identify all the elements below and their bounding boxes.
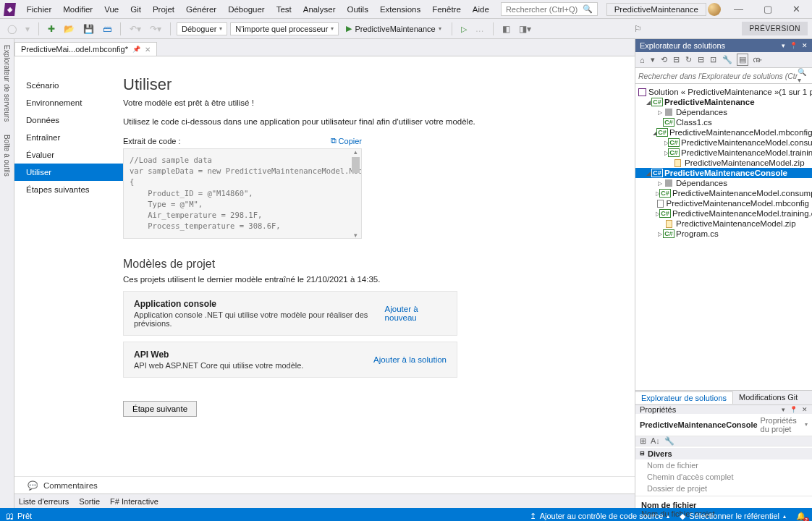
tree-dependencies[interactable]: ▷Dépendances [635, 107, 812, 117]
scroll-up-icon[interactable]: ▴ [350, 148, 360, 156]
menu-fenêtre[interactable]: Fenêtre [426, 2, 467, 17]
nav-train[interactable]: Entraîner [14, 129, 123, 146]
code-scrollbar[interactable]: ▴ ▾ [350, 148, 360, 239]
tree-mbconfig[interactable]: ◢C#PredictiveMaintenanceModel.mbconfig [635, 127, 812, 137]
pin-icon[interactable]: 📍 [790, 42, 798, 49]
comments-button[interactable]: 💬 Commentaires [14, 476, 635, 494]
dropdown-icon[interactable]: ▾ [782, 42, 785, 49]
toolbox-tab[interactable]: Boîte à outils [2, 132, 12, 179]
save-icon[interactable]: 💾 [80, 22, 97, 35]
add-source-control[interactable]: ↥Ajouter au contrôle de code source▴ [530, 512, 670, 521]
user-avatar-icon[interactable] [708, 3, 721, 16]
code-snippet[interactable]: //Load sample data var sampleData = new … [123, 148, 362, 239]
tree-project[interactable]: ◢C#PredictiveMaintenance [635, 97, 812, 107]
menu-outils[interactable]: Outils [342, 2, 374, 17]
tab-output[interactable]: Sortie [79, 497, 100, 506]
view-icon[interactable]: ൹ [751, 54, 764, 65]
solution-search[interactable]: 🔍▾ [635, 68, 812, 84]
solution-name-badge[interactable]: PredictiveMaintenance [606, 3, 706, 16]
solution-search-input[interactable] [638, 72, 798, 80]
scroll-down-icon[interactable]: ▾ [350, 232, 360, 239]
tab-solution-explorer[interactable]: Explorateur de solutions [635, 391, 733, 404]
pin-icon[interactable]: 📌 [132, 46, 140, 53]
tab-error-list[interactable]: Liste d'erreurs [19, 497, 69, 506]
tree-file[interactable]: ▷C#PredictiveMaintenanceModel.consumptio… [635, 137, 812, 148]
tree-file[interactable]: PredictiveMaintenanceModel.zip [635, 158, 812, 168]
menu-modifier[interactable]: Modifier [57, 2, 98, 17]
prop-category[interactable]: ⊟Divers [635, 448, 812, 459]
tree-file[interactable]: ▷C#Program.cs [635, 229, 812, 239]
tree-project-console[interactable]: ◢C#PredictiveMaintenanceConsole [635, 168, 812, 178]
sync-icon[interactable]: ⟲ [659, 54, 669, 65]
pin-icon[interactable]: 📍 [790, 406, 798, 413]
tree-file[interactable]: C#Class1.cs [635, 117, 812, 127]
start-without-debug-icon[interactable]: ▷ [458, 22, 470, 35]
close-icon[interactable]: ✕ [145, 46, 151, 54]
feedback-icon[interactable]: ⚐ [631, 22, 645, 35]
home-icon[interactable]: ⌂ [638, 55, 646, 65]
properties-selection[interactable]: PredictiveMaintenanceConsolePropriétés d… [635, 414, 812, 436]
nav-data[interactable]: Données [14, 111, 123, 129]
menu-déboguer[interactable]: Déboguer [222, 2, 271, 17]
refresh-icon[interactable]: ↻ [684, 54, 693, 65]
tree-file[interactable]: ▷C#PredictiveMaintenanceModel.training.c… [635, 148, 812, 158]
add-again-link[interactable]: Ajouter à nouveau [385, 305, 447, 322]
document-tab[interactable]: PredictiveMai...odel.mbconfig* 📌 ✕ [14, 42, 157, 56]
nav-use[interactable]: Utiliser [14, 164, 123, 181]
nav-scenario[interactable]: Scénario [14, 77, 123, 94]
tree-file[interactable]: ▷C#PredictiveMaintenanceModel.consumptio… [635, 188, 812, 198]
tree-file[interactable]: PredictiveMaintenanceModel.mbconfig [635, 198, 812, 208]
close-icon[interactable]: ✕ [802, 406, 808, 413]
menu-vue[interactable]: Vue [98, 2, 124, 17]
categorized-icon[interactable]: ⊞ [640, 436, 646, 446]
save-all-icon[interactable]: 🗃 [100, 22, 114, 35]
server-explorer-tab[interactable]: Explorateur de serveurs [2, 42, 12, 124]
menu-aide[interactable]: Aide [467, 2, 495, 17]
close-button[interactable]: ✕ [785, 1, 808, 17]
select-repository[interactable]: ◆Sélectionner le référentiel▴ [680, 512, 786, 521]
tab-git-changes[interactable]: Modifications Git [733, 391, 803, 403]
collapse-icon[interactable]: ⊟ [696, 54, 706, 65]
next-step-button[interactable]: Étape suivante [123, 401, 197, 417]
tree-solution[interactable]: Solution « PredictiveMaintenance »(1 sur… [635, 87, 812, 97]
properties-grid[interactable]: ⊟Divers Nom de fichier Chemin d'accès co… [635, 446, 812, 496]
maximize-button[interactable]: ▢ [756, 1, 779, 17]
alphabetical-icon[interactable]: A↓ [651, 436, 660, 445]
dropdown-icon[interactable]: ▾ [782, 406, 785, 413]
menu-test[interactable]: Test [271, 2, 297, 17]
menu-analyser[interactable]: Analyser [297, 2, 342, 17]
nav-evaluate[interactable]: Évaluer [14, 146, 123, 164]
platform-dropdown[interactable]: N'importe quel processeur▾ [230, 22, 339, 35]
tree-dependencies[interactable]: ▷Dépendances [635, 178, 812, 188]
copy-code-link[interactable]: ⧉Copier [331, 136, 362, 145]
properties-icon[interactable]: 🔧 [721, 54, 734, 65]
nav-environment[interactable]: Environnement [14, 94, 123, 111]
menu-fichier[interactable]: Fichier [21, 2, 58, 17]
prop-row[interactable]: Chemin d'accès complet [635, 471, 812, 483]
pending-icon[interactable]: ⊟ [672, 54, 681, 65]
config-dropdown[interactable]: Déboguer▾ [177, 22, 227, 35]
prop-row[interactable]: Dossier de projet [635, 483, 812, 494]
minimize-button[interactable]: — [727, 1, 750, 17]
new-item-icon[interactable]: ✚ [45, 22, 58, 35]
menu-extensions[interactable]: Extensions [374, 2, 426, 17]
open-icon[interactable]: 📂 [61, 22, 77, 35]
toolbox-icon[interactable]: ◧ [499, 22, 513, 35]
close-icon[interactable]: ✕ [802, 42, 808, 49]
start-debug-button[interactable]: ▶PredictiveMaintenance▾ [342, 22, 445, 35]
tree-file[interactable]: PredictiveMaintenanceModel.zip [635, 219, 812, 229]
tab-fsharp[interactable]: F# Interactive [110, 497, 158, 506]
quick-search[interactable]: 🔍 [501, 2, 598, 16]
menu-projet[interactable]: Projet [147, 2, 180, 17]
tree-file[interactable]: ▷C#PredictiveMaintenanceModel.training.c… [635, 208, 812, 219]
menu-générer[interactable]: Générer [180, 2, 222, 17]
preview-icon[interactable]: ▤ [737, 54, 748, 66]
prop-row[interactable]: Nom de fichier [635, 459, 812, 471]
quick-search-input[interactable] [506, 5, 581, 14]
toolbox2-icon[interactable]: ◨▾ [516, 22, 534, 35]
nav-next-steps[interactable]: Étapes suivantes [14, 181, 123, 198]
menu-git[interactable]: Git [124, 2, 147, 17]
solution-tree[interactable]: Solution « PredictiveMaintenance »(1 sur… [635, 84, 812, 390]
notifications-button[interactable]: 🔔2 [796, 512, 806, 521]
show-all-icon[interactable]: ⊡ [709, 54, 718, 65]
